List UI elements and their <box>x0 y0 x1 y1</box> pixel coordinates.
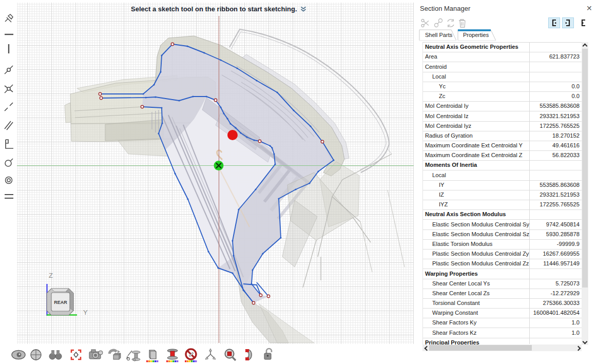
svg-text:REAR: REAR <box>54 300 67 305</box>
svg-text:Y: Y <box>83 309 88 316</box>
svg-text:Z: Z <box>49 272 53 279</box>
